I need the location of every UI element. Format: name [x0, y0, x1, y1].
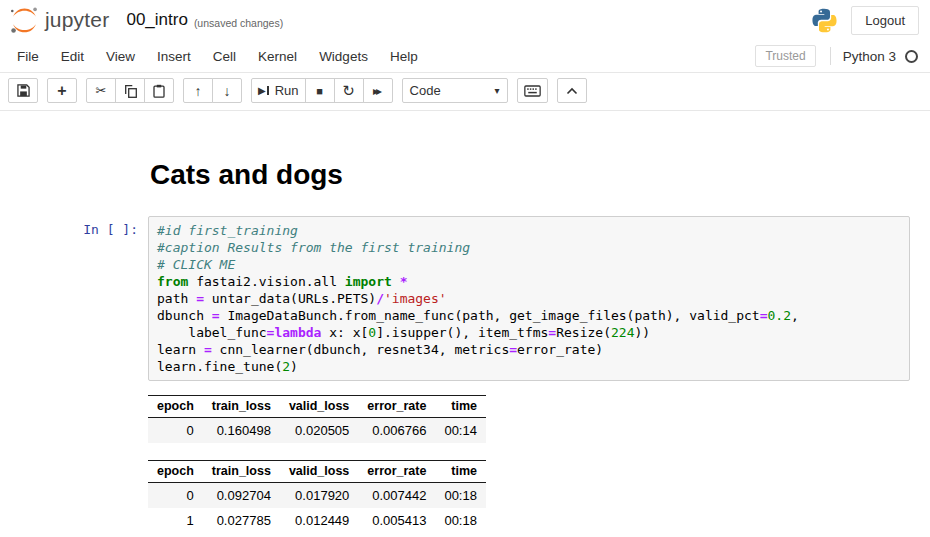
- logout-button[interactable]: Logout: [851, 6, 919, 35]
- table-header-cell: time: [435, 396, 486, 418]
- table-header-cell: train_loss: [203, 461, 280, 483]
- table-header-cell: error_rate: [358, 396, 435, 418]
- table-cell: 0: [148, 483, 203, 509]
- command-palette-button[interactable]: [517, 78, 548, 103]
- cell-type-select[interactable]: Code ▾: [402, 78, 508, 103]
- add-cell-button[interactable]: +: [47, 78, 77, 103]
- code-editor[interactable]: #id first_training#caption Results from …: [148, 216, 910, 381]
- menu-help[interactable]: Help: [379, 43, 429, 70]
- training-metrics-table: epochtrain_lossvalid_losserror_ratetime0…: [148, 395, 486, 443]
- save-icon: [17, 84, 30, 97]
- paste-icon: [153, 84, 165, 98]
- arrow-down-icon: ↓: [224, 83, 231, 99]
- table-cell: 0.160498: [203, 418, 280, 444]
- table-cell: 00:14: [435, 418, 486, 444]
- markdown-prompt-gutter: [0, 158, 148, 191]
- code-line: #id first_training: [157, 222, 901, 239]
- menubar: File Edit View Insert Cell Kernel Widget…: [0, 40, 930, 73]
- kernel-name: Python 3: [843, 49, 896, 64]
- code-line: # CLICK ME: [157, 256, 901, 273]
- header: jupyter 00_intro (unsaved changes) Logou…: [0, 0, 930, 40]
- plus-icon: +: [57, 82, 66, 100]
- restart-icon: ↻: [342, 82, 355, 100]
- table-header-cell: valid_loss: [280, 396, 358, 418]
- run-cell-button[interactable]: ▶ Run: [251, 78, 306, 103]
- code-content: #id first_training#caption Results from …: [157, 222, 901, 375]
- keyboard-icon: [524, 85, 541, 97]
- stop-icon: ■: [316, 85, 323, 97]
- table-row: 00.0927040.0179200.00744200:18: [148, 483, 486, 509]
- cell-type-value: Code: [410, 83, 441, 98]
- table-cell: 00:18: [435, 483, 486, 509]
- table-cell: 00:18: [435, 508, 486, 533]
- menu-edit[interactable]: Edit: [50, 43, 95, 70]
- table-cell: 0.012449: [280, 508, 358, 533]
- interrupt-kernel-button[interactable]: ■: [305, 78, 335, 103]
- move-cell-down-button[interactable]: ↓: [212, 78, 242, 103]
- table-cell: 0.007442: [358, 483, 435, 509]
- kernel-idle-icon: [905, 50, 918, 63]
- table-row: 00.1604980.0205050.00676600:14: [148, 418, 486, 444]
- table-header-cell: error_rate: [358, 461, 435, 483]
- table-cell: 0.092704: [203, 483, 280, 509]
- notebook-title[interactable]: 00_intro: [126, 10, 187, 30]
- output-area: epochtrain_lossvalid_losserror_ratetime0…: [148, 381, 910, 533]
- markdown-cell[interactable]: Cats and dogs: [0, 158, 910, 191]
- table-cell: 0.020505: [280, 418, 358, 444]
- copy-cell-button[interactable]: [115, 78, 145, 103]
- menu-widgets[interactable]: Widgets: [308, 43, 379, 70]
- table-cell: 1: [148, 508, 203, 533]
- notebook-area: Cats and dogs In [ ]: #id first_training…: [0, 111, 930, 533]
- save-status: (unsaved changes): [194, 12, 283, 29]
- restart-run-all-button[interactable]: ▸▸: [363, 78, 393, 103]
- trusted-badge[interactable]: Trusted: [755, 45, 815, 67]
- code-line: dbunch = ImageDataBunch.from_name_func(p…: [157, 307, 901, 324]
- menu-view[interactable]: View: [95, 43, 146, 70]
- training-metrics-table: epochtrain_lossvalid_losserror_ratetime0…: [148, 460, 486, 533]
- table-cell: 0.027785: [203, 508, 280, 533]
- jupyter-logo-text: jupyter: [45, 8, 109, 32]
- arrow-up-icon: ↑: [195, 83, 202, 99]
- cut-cell-button[interactable]: ✂: [86, 78, 116, 103]
- code-line: label_func=lambda x: x[0].isupper(), ite…: [157, 324, 901, 341]
- table-header-cell: train_loss: [203, 396, 280, 418]
- run-label: Run: [275, 83, 299, 98]
- table-header-cell: epoch: [148, 461, 203, 483]
- code-line: learn.fine_tune(2): [157, 358, 901, 375]
- save-button[interactable]: [8, 78, 38, 103]
- run-icon: ▶: [258, 85, 269, 96]
- code-line: learn = cnn_learner(dbunch, resnet34, me…: [157, 341, 901, 358]
- page-title: Cats and dogs: [148, 158, 343, 191]
- fast-forward-icon: ▸▸: [373, 84, 382, 98]
- copy-icon: [124, 84, 137, 98]
- input-prompt: In [ ]:: [0, 216, 148, 381]
- menu-cell[interactable]: Cell: [202, 43, 247, 70]
- chevron-up-icon: [566, 87, 578, 95]
- toolbar: + ✂ ↑ ↓ ▶ Run ■ ↻ ▸▸ Code ▾: [0, 73, 930, 111]
- table-cell: 0.006766: [358, 418, 435, 444]
- table-cell: 0: [148, 418, 203, 444]
- python-logo-icon: [811, 7, 838, 34]
- paste-cell-button[interactable]: [144, 78, 174, 103]
- code-line: path = untar_data(URLs.PETS)/'images': [157, 290, 901, 307]
- table-header-cell: valid_loss: [280, 461, 358, 483]
- kernel-separator: [830, 47, 831, 65]
- scissors-icon: ✂: [96, 84, 107, 97]
- menu-kernel[interactable]: Kernel: [247, 43, 308, 70]
- jupyter-logo-icon: [9, 5, 40, 36]
- table-header-cell: time: [435, 461, 486, 483]
- code-cell[interactable]: In [ ]: #id first_training#caption Resul…: [0, 216, 910, 381]
- restart-kernel-button[interactable]: ↻: [334, 78, 364, 103]
- chevron-up-button[interactable]: [557, 78, 587, 103]
- code-line: #caption Results from the first training: [157, 239, 901, 256]
- menu-file[interactable]: File: [6, 43, 50, 70]
- code-line: from fastai2.vision.all import *: [157, 273, 901, 290]
- table-cell: 0.017920: [280, 483, 358, 509]
- menu-insert[interactable]: Insert: [146, 43, 202, 70]
- table-header-cell: epoch: [148, 396, 203, 418]
- move-cell-up-button[interactable]: ↑: [183, 78, 213, 103]
- jupyter-logo[interactable]: jupyter: [9, 5, 109, 36]
- chevron-down-icon: ▾: [495, 85, 500, 96]
- table-row: 10.0277850.0124490.00541300:18: [148, 508, 486, 533]
- table-cell: 0.005413: [358, 508, 435, 533]
